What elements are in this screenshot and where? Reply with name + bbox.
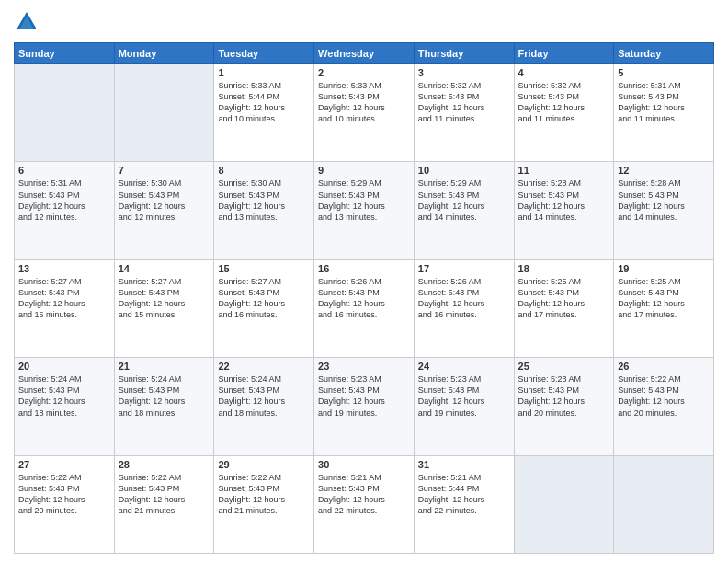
calendar-cell: 26Sunrise: 5:22 AM Sunset: 5:43 PM Dayli… <box>614 358 714 455</box>
calendar-table: SundayMondayTuesdayWednesdayThursdayFrid… <box>14 42 714 554</box>
week-row-1: 1Sunrise: 5:33 AM Sunset: 5:44 PM Daylig… <box>15 64 714 162</box>
day-number: 20 <box>18 361 110 372</box>
day-number: 28 <box>119 459 210 470</box>
calendar-cell <box>114 64 214 162</box>
calendar-cell: 27Sunrise: 5:22 AM Sunset: 5:43 PM Dayli… <box>15 455 115 553</box>
day-info: Sunrise: 5:27 AM Sunset: 5:43 PM Dayligh… <box>119 276 210 321</box>
day-info: Sunrise: 5:22 AM Sunset: 5:43 PM Dayligh… <box>218 472 310 517</box>
day-number: 26 <box>618 361 710 372</box>
day-info: Sunrise: 5:26 AM Sunset: 5:43 PM Dayligh… <box>318 276 410 321</box>
day-info: Sunrise: 5:22 AM Sunset: 5:43 PM Dayligh… <box>18 472 110 517</box>
calendar-cell: 28Sunrise: 5:22 AM Sunset: 5:43 PM Dayli… <box>114 455 214 553</box>
logo <box>14 9 43 35</box>
day-info: Sunrise: 5:30 AM Sunset: 5:43 PM Dayligh… <box>119 178 210 223</box>
day-info: Sunrise: 5:31 AM Sunset: 5:43 PM Dayligh… <box>18 178 110 223</box>
day-number: 5 <box>618 67 710 78</box>
day-number: 8 <box>218 165 310 176</box>
day-number: 2 <box>318 67 410 78</box>
calendar-cell: 12Sunrise: 5:28 AM Sunset: 5:43 PM Dayli… <box>614 162 714 259</box>
day-info: Sunrise: 5:28 AM Sunset: 5:43 PM Dayligh… <box>518 178 610 223</box>
calendar-cell: 20Sunrise: 5:24 AM Sunset: 5:43 PM Dayli… <box>15 358 115 455</box>
calendar-cell: 22Sunrise: 5:24 AM Sunset: 5:43 PM Dayli… <box>214 358 314 455</box>
calendar-cell: 10Sunrise: 5:29 AM Sunset: 5:43 PM Dayli… <box>414 162 514 259</box>
calendar-cell: 25Sunrise: 5:23 AM Sunset: 5:43 PM Dayli… <box>514 358 614 455</box>
calendar-cell: 21Sunrise: 5:24 AM Sunset: 5:43 PM Dayli… <box>114 358 214 455</box>
calendar-cell: 31Sunrise: 5:21 AM Sunset: 5:44 PM Dayli… <box>414 455 514 553</box>
day-number: 27 <box>18 459 110 470</box>
day-info: Sunrise: 5:28 AM Sunset: 5:43 PM Dayligh… <box>618 178 710 223</box>
day-info: Sunrise: 5:33 AM Sunset: 5:44 PM Dayligh… <box>218 80 310 125</box>
day-number: 23 <box>318 361 410 372</box>
calendar-cell: 1Sunrise: 5:33 AM Sunset: 5:44 PM Daylig… <box>214 64 314 162</box>
calendar-cell: 3Sunrise: 5:32 AM Sunset: 5:43 PM Daylig… <box>414 64 514 162</box>
calendar-cell: 14Sunrise: 5:27 AM Sunset: 5:43 PM Dayli… <box>114 259 214 357</box>
day-info: Sunrise: 5:22 AM Sunset: 5:43 PM Dayligh… <box>119 472 210 517</box>
day-number: 3 <box>418 67 510 78</box>
day-number: 25 <box>518 361 610 372</box>
calendar-cell: 23Sunrise: 5:23 AM Sunset: 5:43 PM Dayli… <box>314 358 415 455</box>
calendar-cell <box>614 455 714 553</box>
calendar-cell <box>514 455 614 553</box>
day-info: Sunrise: 5:32 AM Sunset: 5:43 PM Dayligh… <box>518 80 610 125</box>
calendar-cell: 29Sunrise: 5:22 AM Sunset: 5:43 PM Dayli… <box>214 455 314 553</box>
calendar-cell: 19Sunrise: 5:25 AM Sunset: 5:43 PM Dayli… <box>614 259 714 357</box>
calendar-cell: 8Sunrise: 5:30 AM Sunset: 5:43 PM Daylig… <box>214 162 314 259</box>
week-row-2: 6Sunrise: 5:31 AM Sunset: 5:43 PM Daylig… <box>15 162 714 259</box>
day-number: 15 <box>218 263 310 274</box>
day-number: 1 <box>218 67 310 78</box>
day-number: 13 <box>18 263 110 274</box>
calendar-cell: 6Sunrise: 5:31 AM Sunset: 5:43 PM Daylig… <box>15 162 115 259</box>
day-info: Sunrise: 5:26 AM Sunset: 5:43 PM Dayligh… <box>418 276 510 321</box>
header <box>14 9 714 35</box>
calendar-cell: 24Sunrise: 5:23 AM Sunset: 5:43 PM Dayli… <box>414 358 514 455</box>
day-number: 24 <box>418 361 510 372</box>
day-info: Sunrise: 5:23 AM Sunset: 5:43 PM Dayligh… <box>518 373 610 419</box>
day-info: Sunrise: 5:25 AM Sunset: 5:43 PM Dayligh… <box>618 276 710 321</box>
day-info: Sunrise: 5:24 AM Sunset: 5:43 PM Dayligh… <box>218 373 310 419</box>
day-info: Sunrise: 5:25 AM Sunset: 5:43 PM Dayligh… <box>518 276 610 321</box>
weekday-header-saturday: Saturday <box>614 43 714 64</box>
calendar-cell: 16Sunrise: 5:26 AM Sunset: 5:43 PM Dayli… <box>314 259 415 357</box>
weekday-header-friday: Friday <box>514 43 614 64</box>
week-row-4: 20Sunrise: 5:24 AM Sunset: 5:43 PM Dayli… <box>15 358 714 455</box>
day-number: 18 <box>518 263 610 274</box>
day-number: 10 <box>418 165 510 176</box>
day-info: Sunrise: 5:24 AM Sunset: 5:43 PM Dayligh… <box>119 373 210 419</box>
day-number: 29 <box>218 459 310 470</box>
weekday-header-monday: Monday <box>114 43 214 64</box>
day-number: 9 <box>318 165 410 176</box>
day-number: 7 <box>119 165 210 176</box>
day-number: 22 <box>218 361 310 372</box>
calendar-cell: 7Sunrise: 5:30 AM Sunset: 5:43 PM Daylig… <box>114 162 214 259</box>
day-number: 14 <box>119 263 210 274</box>
day-info: Sunrise: 5:22 AM Sunset: 5:43 PM Dayligh… <box>618 373 710 419</box>
day-info: Sunrise: 5:21 AM Sunset: 5:44 PM Dayligh… <box>418 472 510 517</box>
day-info: Sunrise: 5:23 AM Sunset: 5:43 PM Dayligh… <box>418 373 510 419</box>
calendar-cell: 30Sunrise: 5:21 AM Sunset: 5:43 PM Dayli… <box>314 455 415 553</box>
calendar-cell: 9Sunrise: 5:29 AM Sunset: 5:43 PM Daylig… <box>314 162 415 259</box>
day-number: 19 <box>618 263 710 274</box>
weekday-header-sunday: Sunday <box>15 43 115 64</box>
day-number: 12 <box>618 165 710 176</box>
day-info: Sunrise: 5:24 AM Sunset: 5:43 PM Dayligh… <box>18 373 110 419</box>
calendar-cell: 18Sunrise: 5:25 AM Sunset: 5:43 PM Dayli… <box>514 259 614 357</box>
day-number: 6 <box>18 165 110 176</box>
page: SundayMondayTuesdayWednesdayThursdayFrid… <box>0 0 728 563</box>
calendar-cell: 15Sunrise: 5:27 AM Sunset: 5:43 PM Dayli… <box>214 259 314 357</box>
day-number: 21 <box>119 361 210 372</box>
calendar-cell: 4Sunrise: 5:32 AM Sunset: 5:43 PM Daylig… <box>514 64 614 162</box>
day-info: Sunrise: 5:27 AM Sunset: 5:43 PM Dayligh… <box>18 276 110 321</box>
day-info: Sunrise: 5:31 AM Sunset: 5:43 PM Dayligh… <box>618 80 710 125</box>
calendar-cell: 17Sunrise: 5:26 AM Sunset: 5:43 PM Dayli… <box>414 259 514 357</box>
calendar-cell <box>15 64 115 162</box>
logo-icon <box>14 9 40 35</box>
day-info: Sunrise: 5:27 AM Sunset: 5:43 PM Dayligh… <box>218 276 310 321</box>
calendar-cell: 13Sunrise: 5:27 AM Sunset: 5:43 PM Dayli… <box>15 259 115 357</box>
day-info: Sunrise: 5:23 AM Sunset: 5:43 PM Dayligh… <box>318 373 410 419</box>
day-info: Sunrise: 5:21 AM Sunset: 5:43 PM Dayligh… <box>318 472 410 517</box>
day-number: 16 <box>318 263 410 274</box>
day-number: 4 <box>518 67 610 78</box>
weekday-header-wednesday: Wednesday <box>314 43 415 64</box>
week-row-3: 13Sunrise: 5:27 AM Sunset: 5:43 PM Dayli… <box>15 259 714 357</box>
day-info: Sunrise: 5:32 AM Sunset: 5:43 PM Dayligh… <box>418 80 510 125</box>
